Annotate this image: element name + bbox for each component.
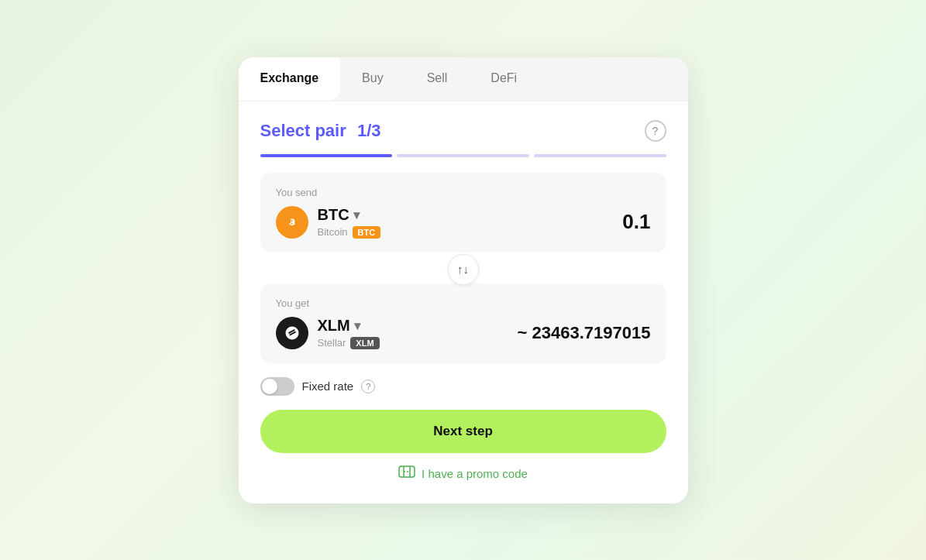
progress-bar (260, 154, 666, 157)
receive-coin-full: Stellar XLM (318, 337, 380, 349)
btc-icon (276, 206, 308, 239)
receive-box: You get XLM ▾ (260, 283, 666, 363)
promo-icon (398, 466, 415, 482)
tabs-wrapper: Exchange Buy Sell DeFi (239, 57, 688, 101)
fixed-rate-help-icon[interactable]: ? (361, 380, 375, 393)
send-coin-name[interactable]: BTC ▾ (318, 206, 381, 224)
receive-left: XLM ▾ Stellar XLM (276, 317, 380, 349)
receive-row: XLM ▾ Stellar XLM ~ 23463.7197015 (276, 317, 651, 349)
receive-label: You get (276, 297, 651, 309)
receive-coin-name[interactable]: XLM ▾ (318, 317, 380, 335)
send-box: You send BTC ▾ (260, 173, 666, 253)
toggle-knob (262, 379, 277, 394)
send-coin-info: BTC ▾ Bitcoin BTC (318, 206, 381, 239)
send-left: BTC ▾ Bitcoin BTC (276, 206, 381, 239)
progress-step-1 (260, 154, 393, 157)
next-step-button[interactable]: Next step (260, 410, 666, 453)
fixed-rate-row: Fixed rate ? (260, 377, 666, 396)
tab-defi[interactable]: DeFi (469, 57, 539, 101)
send-coin-full: Bitcoin BTC (318, 226, 381, 239)
tab-exchange[interactable]: Exchange (239, 57, 341, 101)
send-amount[interactable]: 0.1 (622, 210, 650, 234)
help-icon-button[interactable]: ? (645, 120, 666, 142)
send-row: BTC ▾ Bitcoin BTC 0.1 (276, 206, 651, 239)
page-title: Select pair 1/3 (260, 121, 381, 141)
promo-label: I have a promo code (422, 467, 528, 480)
progress-step-3 (534, 154, 666, 157)
send-coin-tag: BTC (353, 226, 381, 239)
xlm-icon (276, 317, 308, 349)
receive-coin-tag: XLM (350, 337, 379, 349)
fixed-rate-label: Fixed rate (302, 380, 354, 393)
fixed-rate-toggle[interactable] (260, 377, 294, 396)
card-body: Select pair 1/3 ? You send (239, 101, 688, 503)
tabs-bar: Exchange Buy Sell DeFi (239, 57, 688, 101)
receive-amount: ~ 23463.7197015 (518, 323, 651, 343)
send-label: You send (276, 187, 651, 198)
receive-coin-info: XLM ▾ Stellar XLM (318, 317, 380, 349)
progress-step-2 (397, 154, 529, 157)
tab-buy[interactable]: Buy (340, 57, 405, 101)
svg-point-1 (282, 323, 302, 343)
promo-row[interactable]: I have a promo code (260, 466, 666, 482)
section-header: Select pair 1/3 ? (260, 120, 666, 142)
tab-sell[interactable]: Sell (405, 57, 470, 101)
swap-button[interactable]: ↑↓ (448, 254, 479, 285)
main-card: Exchange Buy Sell DeFi Select pair 1/3 ? (239, 57, 688, 503)
swap-container: ↑↓ (260, 254, 666, 285)
